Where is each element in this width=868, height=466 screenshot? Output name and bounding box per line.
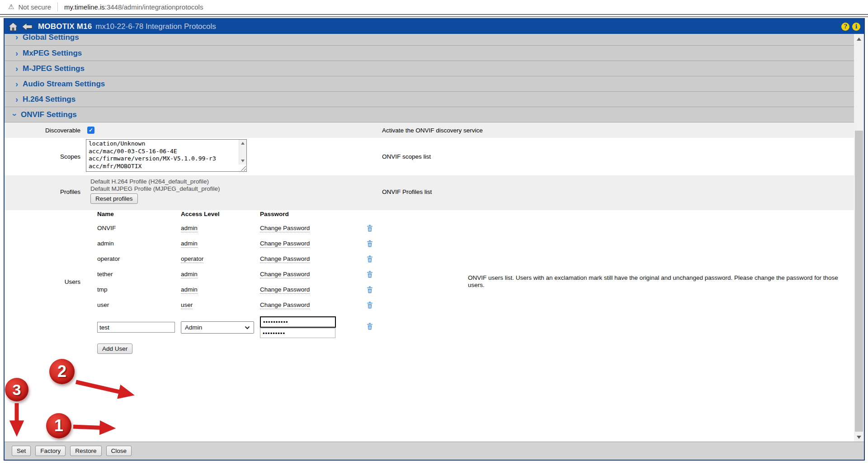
delete-user-icon[interactable] bbox=[367, 255, 373, 264]
app-frame: MOBOTIX M16 mx10-22-6-78 Integration Pro… bbox=[4, 18, 865, 461]
help-icon[interactable]: ? bbox=[841, 23, 849, 31]
scrollbar-thumb[interactable] bbox=[855, 131, 863, 432]
discoverable-checkbox[interactable]: ✓ bbox=[87, 127, 94, 134]
user-row-onvif: ONVIFadminChange Password bbox=[5, 221, 854, 236]
scopes-label: Scopes bbox=[5, 153, 80, 160]
scopes-value[interactable]: location/Unknown acc/mac/00-03-C5-16-06-… bbox=[86, 140, 246, 170]
user-name: operator bbox=[97, 255, 120, 262]
discoverable-label: Discoverable bbox=[5, 127, 80, 134]
back-arrow-icon[interactable] bbox=[22, 23, 33, 31]
user-access-level[interactable]: admin bbox=[181, 240, 198, 248]
scrollbar-up-icon[interactable] bbox=[857, 38, 861, 41]
user-access-level[interactable]: admin bbox=[181, 271, 198, 278]
chevron-down-icon: › bbox=[11, 113, 19, 116]
users-row: Users Name Access Level Password ONVIFad… bbox=[5, 210, 854, 442]
onvif-settings-body: Discoverable ✓ Activate the ONVIF discov… bbox=[5, 122, 854, 442]
new-user-name-input[interactable] bbox=[97, 322, 175, 333]
discoverable-description: Activate the ONVIF discovery service bbox=[382, 127, 483, 134]
not-secure-label[interactable]: Not secure bbox=[18, 3, 51, 11]
delete-user-icon[interactable] bbox=[367, 286, 373, 295]
page-scrollbar[interactable] bbox=[854, 34, 864, 442]
profiles-label: Profiles bbox=[5, 188, 80, 195]
user-name: tmp bbox=[97, 286, 108, 293]
chevron-right-icon: › bbox=[15, 65, 18, 73]
url-host[interactable]: my.timeline.is bbox=[64, 3, 105, 11]
user-access-level[interactable]: admin bbox=[181, 286, 198, 294]
user-row-admin: adminadminChange Password bbox=[5, 236, 854, 251]
new-user-password-confirm-input[interactable] bbox=[260, 328, 335, 338]
section-header-global-settings[interactable]: ›Global Settings bbox=[5, 34, 854, 46]
profile-line: Default MJPEG Profile (MJPEG_default_pro… bbox=[90, 185, 220, 193]
section-label: H.264 Settings bbox=[23, 95, 75, 104]
browser-address-bar[interactable]: ⚠ Not secure my.timeline.is :3448/admin/… bbox=[0, 0, 868, 14]
scroll-down-icon[interactable] bbox=[241, 160, 245, 162]
section-label: Audio Stream Settings bbox=[23, 80, 105, 89]
info-icon[interactable]: i bbox=[852, 23, 860, 31]
scrollbar-down-icon[interactable] bbox=[857, 436, 861, 439]
change-password-link[interactable]: Change Password bbox=[260, 240, 310, 248]
scopes-textarea[interactable]: location/Unknown acc/mac/00-03-C5-16-06-… bbox=[86, 139, 247, 172]
user-name: ONVIF bbox=[97, 225, 116, 231]
discoverable-row: Discoverable ✓ Activate the ONVIF discov… bbox=[5, 122, 854, 138]
add-user-button[interactable]: Add User bbox=[97, 344, 132, 354]
selected-access-level: Admin bbox=[185, 324, 202, 331]
reset-profiles-button[interactable]: Reset profiles bbox=[90, 193, 138, 204]
delete-user-icon[interactable] bbox=[367, 240, 373, 249]
user-access-level[interactable]: user bbox=[181, 301, 193, 309]
column-header-password: Password bbox=[260, 211, 289, 217]
set-button[interactable]: Set bbox=[12, 446, 31, 456]
factory-button[interactable]: Factory bbox=[35, 446, 66, 456]
chevron-right-icon: › bbox=[15, 80, 18, 88]
section-header-mxpeg-settings[interactable]: ›MxPEG Settings bbox=[5, 46, 854, 61]
section-label: Global Settings bbox=[23, 33, 79, 42]
section-label: ONVIF Settings bbox=[21, 110, 77, 119]
delete-user-icon[interactable] bbox=[367, 225, 373, 233]
section-label: M-JPEG Settings bbox=[23, 64, 85, 73]
change-password-link[interactable]: Change Password bbox=[260, 286, 310, 294]
new-user-access-level-select[interactable]: Admin bbox=[181, 321, 254, 334]
home-icon[interactable] bbox=[8, 22, 18, 31]
user-access-level[interactable]: admin bbox=[181, 225, 198, 232]
url-separator bbox=[57, 2, 58, 11]
change-password-link[interactable]: Change Password bbox=[260, 301, 310, 309]
restore-button[interactable]: Restore bbox=[70, 446, 101, 456]
user-name: tether bbox=[97, 271, 113, 278]
section-header-onvif-settings[interactable]: ›ONVIF Settings bbox=[5, 107, 854, 122]
new-user-password-input[interactable] bbox=[260, 316, 336, 328]
user-row-operator: operatoroperatorChange Password bbox=[5, 251, 854, 267]
user-access-level[interactable]: operator bbox=[181, 255, 203, 263]
profile-line: Default H.264 Profile (H264_default_prof… bbox=[90, 178, 220, 185]
warning-icon: ⚠ bbox=[8, 3, 14, 11]
page: ⚠ Not secure my.timeline.is :3448/admin/… bbox=[0, 0, 868, 466]
scroll-up-icon[interactable] bbox=[241, 142, 245, 145]
column-header-name: Name bbox=[97, 211, 114, 217]
section-header-h-264-settings[interactable]: ›H.264 Settings bbox=[5, 92, 854, 107]
chrome-divider-line bbox=[0, 16, 868, 17]
chevron-right-icon: › bbox=[15, 33, 18, 41]
chevron-down-icon bbox=[245, 324, 250, 331]
section-label: MxPEG Settings bbox=[23, 49, 82, 58]
url-path[interactable]: :3448/admin/integrationprotocols bbox=[105, 3, 203, 11]
users-description: ONVIF users list. Users with an exclamat… bbox=[468, 274, 851, 288]
chevron-right-icon: › bbox=[15, 49, 18, 57]
section-header-audio-stream-settings[interactable]: ›Audio Stream Settings bbox=[5, 76, 854, 92]
resize-grip-icon[interactable] bbox=[241, 165, 246, 171]
scopes-scrollbar[interactable] bbox=[239, 140, 246, 165]
delete-user-icon[interactable] bbox=[367, 301, 373, 310]
scopes-description: ONVIF scopes list bbox=[382, 153, 431, 160]
change-password-link[interactable]: Change Password bbox=[260, 225, 310, 232]
delete-new-user-icon[interactable] bbox=[367, 323, 373, 331]
chrome-divider-line bbox=[0, 14, 868, 15]
titlebar: MOBOTIX M16 mx10-22-6-78 Integration Pro… bbox=[5, 19, 864, 34]
user-name: admin bbox=[97, 240, 114, 247]
close-button[interactable]: Close bbox=[106, 446, 132, 456]
settings-sections: ›Global Settings›MxPEG Settings›M-JPEG S… bbox=[5, 34, 854, 122]
footer-buttons: SetFactoryRestoreClose bbox=[5, 442, 864, 460]
user-row-user: useruserChange Password bbox=[5, 297, 854, 313]
change-password-link[interactable]: Change Password bbox=[260, 255, 310, 263]
user-name: user bbox=[97, 301, 109, 308]
delete-user-icon[interactable] bbox=[367, 271, 373, 279]
section-header-m-jpeg-settings[interactable]: ›M-JPEG Settings bbox=[5, 61, 854, 76]
change-password-link[interactable]: Change Password bbox=[260, 271, 310, 278]
page-title: mx10-22-6-78 Integration Protocols bbox=[95, 22, 216, 31]
